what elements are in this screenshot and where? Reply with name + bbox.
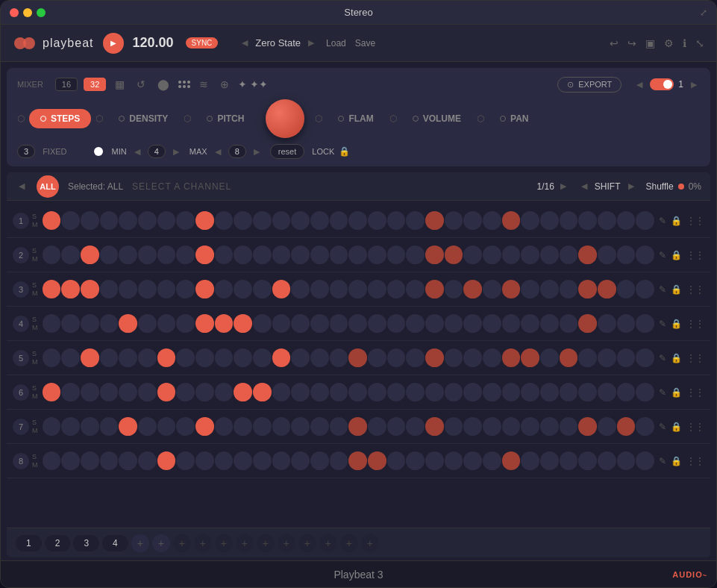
step-7-8[interactable]: [195, 417, 214, 436]
step-2-19[interactable]: [406, 245, 425, 264]
step-2-26[interactable]: [540, 245, 559, 264]
step-7-30[interactable]: [617, 417, 636, 436]
step-8-20[interactable]: [425, 451, 444, 470]
min-increase-button[interactable]: ▶: [170, 146, 182, 158]
step-3-0[interactable]: [43, 280, 61, 298]
step-1-6[interactable]: [157, 211, 176, 230]
pattern-toggle[interactable]: [650, 78, 674, 90]
division-increase-button[interactable]: ▶: [557, 180, 569, 193]
step-1-10[interactable]: [234, 211, 252, 230]
step-2-14[interactable]: [310, 245, 329, 264]
flam-mode-button[interactable]: FLAM: [327, 109, 384, 128]
add-pattern-tab-7[interactable]: +: [278, 534, 295, 552]
step-8-14[interactable]: [310, 451, 329, 470]
maximize-button[interactable]: [37, 8, 46, 17]
pan-mode-icon[interactable]: ⬡: [477, 113, 484, 124]
step-3-26[interactable]: [540, 280, 559, 298]
step-7-3[interactable]: [100, 417, 119, 436]
step-2-25[interactable]: [521, 245, 539, 264]
channel-drag-icon-6[interactable]: ⋮⋮: [686, 387, 704, 398]
pattern-tab-3[interactable]: 3: [73, 535, 99, 551]
step-8-3[interactable]: [100, 451, 119, 470]
step-2-10[interactable]: [234, 245, 252, 264]
step-3-31[interactable]: [636, 280, 654, 298]
step-2-30[interactable]: [617, 245, 636, 264]
channel-num-7[interactable]: 7: [13, 419, 29, 435]
step-2-5[interactable]: [138, 245, 157, 264]
step-4-2[interactable]: [81, 314, 99, 333]
channel-solo-2[interactable]: S: [32, 247, 38, 254]
shuffle-dot[interactable]: [678, 184, 684, 190]
channel-lock-icon-8[interactable]: 🔒: [671, 456, 682, 466]
step-7-19[interactable]: [406, 417, 425, 436]
step-2-8[interactable]: [195, 245, 214, 264]
resize-icon[interactable]: ⤡: [695, 37, 704, 49]
step-1-4[interactable]: [119, 211, 137, 230]
step-6-26[interactable]: [540, 383, 559, 401]
channel-solo-7[interactable]: S: [32, 419, 38, 426]
step-3-14[interactable]: [310, 280, 329, 298]
step-4-30[interactable]: [617, 314, 636, 333]
link-icon[interactable]: ⊕: [217, 75, 232, 93]
step-4-13[interactable]: [291, 314, 310, 333]
step-7-28[interactable]: [578, 417, 597, 436]
shift-decrease-button[interactable]: ◀: [578, 180, 590, 193]
step-8-4[interactable]: [119, 451, 137, 470]
step-8-24[interactable]: [502, 451, 521, 470]
step-5-8[interactable]: [195, 348, 214, 367]
step-7-18[interactable]: [387, 417, 406, 436]
step-1-21[interactable]: [445, 211, 463, 230]
step-8-10[interactable]: [234, 451, 252, 470]
step-7-27[interactable]: [560, 417, 578, 436]
volume-mode-button[interactable]: VOLUME: [401, 109, 472, 128]
step-5-31[interactable]: [636, 348, 654, 367]
step-6-7[interactable]: [176, 383, 195, 401]
channel-solo-8[interactable]: S: [32, 453, 38, 460]
refresh-icon[interactable]: ↺: [134, 75, 148, 93]
step-1-11[interactable]: [253, 211, 272, 230]
step-8-2[interactable]: [81, 451, 99, 470]
step-7-6[interactable]: [157, 417, 176, 436]
step-4-4[interactable]: [119, 314, 137, 333]
step-6-16[interactable]: [348, 383, 367, 401]
undo-icon[interactable]: ↩: [610, 37, 619, 49]
step-4-1[interactable]: [61, 314, 80, 333]
add-pattern-tab-10[interactable]: +: [340, 534, 358, 552]
step-4-6[interactable]: [157, 314, 176, 333]
max-increase-button[interactable]: ▶: [251, 146, 263, 158]
step-6-30[interactable]: [617, 383, 636, 401]
step-2-13[interactable]: [291, 245, 310, 264]
step-8-19[interactable]: [406, 451, 425, 470]
step-1-13[interactable]: [291, 211, 310, 230]
step-3-3[interactable]: [100, 280, 119, 298]
step-1-29[interactable]: [598, 211, 616, 230]
step-4-3[interactable]: [100, 314, 119, 333]
step-4-25[interactable]: [521, 314, 539, 333]
step-5-2[interactable]: [81, 348, 99, 367]
step-5-17[interactable]: [368, 348, 386, 367]
step-5-10[interactable]: [234, 348, 252, 367]
step-6-15[interactable]: [330, 383, 348, 401]
step-6-25[interactable]: [521, 383, 539, 401]
step-1-5[interactable]: [138, 211, 157, 230]
step-5-20[interactable]: [425, 348, 444, 367]
add-pattern-tab-8[interactable]: +: [298, 534, 316, 552]
step-2-18[interactable]: [387, 245, 406, 264]
step-3-7[interactable]: [176, 280, 195, 298]
close-button[interactable]: [10, 8, 19, 17]
channel-lock-icon-4[interactable]: 🔒: [671, 319, 682, 329]
add-pattern-tab-3[interactable]: +: [194, 534, 212, 552]
channel-drag-icon-5[interactable]: ⋮⋮: [686, 353, 704, 363]
step-1-25[interactable]: [521, 211, 539, 230]
step-7-14[interactable]: [310, 417, 329, 436]
pattern-tab-4[interactable]: 4: [102, 535, 128, 551]
channel-lock-icon-7[interactable]: 🔒: [671, 422, 682, 432]
step-5-0[interactable]: [43, 348, 61, 367]
step-4-12[interactable]: [272, 314, 291, 333]
info-icon[interactable]: ℹ: [683, 37, 686, 49]
step-3-22[interactable]: [463, 280, 482, 298]
step-5-29[interactable]: [598, 348, 616, 367]
step-2-31[interactable]: [636, 245, 654, 264]
step-7-1[interactable]: [61, 417, 80, 436]
step-7-24[interactable]: [502, 417, 521, 436]
